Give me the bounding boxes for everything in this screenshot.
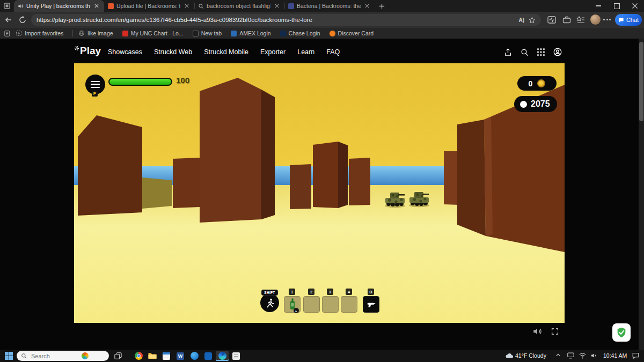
security-shield-badge[interactable]: [612, 323, 631, 342]
favorite-amex-login[interactable]: AMEX Login: [231, 30, 270, 36]
profile-icon[interactable]: [553, 47, 562, 57]
scrollbar-thumb[interactable]: [639, 42, 643, 121]
favorite-chase-login[interactable]: Chase Login: [280, 30, 320, 36]
window-minimize-button[interactable]: [589, 0, 608, 12]
action-center-icon[interactable]: [632, 352, 639, 359]
hotbar-key-b: B: [368, 289, 374, 295]
game-sound-icon[interactable]: [532, 327, 542, 336]
share-icon[interactable]: [503, 48, 513, 57]
taskbar-explorer-icon[interactable]: [146, 351, 159, 361]
address-bar[interactable]: https://play-prod.struckd.com/en/games/c…: [31, 14, 541, 26]
tab-close-icon[interactable]: [273, 2, 281, 10]
hotbar-slot-2[interactable]: [303, 296, 320, 313]
favorite-label: like image: [87, 30, 113, 36]
weather-cloud-icon[interactable]: [506, 352, 514, 359]
hidden-icons-chevron[interactable]: [555, 352, 561, 358]
favorite-like-image[interactable]: like image: [78, 30, 113, 36]
read-aloud-icon[interactable]: A): [518, 17, 524, 23]
reading-list-icon[interactable]: [4, 30, 11, 37]
hotbar-key-2: 2: [308, 289, 314, 295]
refresh-icon[interactable]: [18, 16, 27, 24]
nav-struckd-mobile[interactable]: Struckd Mobile: [204, 48, 248, 56]
nav-faq[interactable]: FAQ: [326, 48, 340, 56]
coin-icon: [537, 79, 545, 87]
taskbar-notepad-icon[interactable]: [230, 351, 243, 361]
hotbar-slot-4[interactable]: [341, 296, 357, 313]
divider: [72, 30, 73, 36]
url-text: https://play-prod.struckd.com/en/games/c…: [36, 17, 514, 23]
nav-learn[interactable]: Learn: [297, 48, 314, 56]
volume-icon[interactable]: [590, 352, 597, 359]
apps-grid-icon[interactable]: [537, 48, 545, 56]
page-scrollbar[interactable]: [639, 39, 644, 350]
weather-text[interactable]: 41°F Cloudy: [515, 352, 546, 359]
browser-essentials-icon[interactable]: [547, 16, 556, 24]
browser-titlebar: Unity Play | backrooms the l Upload file…: [0, 0, 644, 12]
taskbar-word-icon[interactable]: W: [174, 351, 187, 361]
back-icon[interactable]: [4, 16, 13, 24]
wifi-icon[interactable]: [579, 352, 586, 359]
browser-tab-4[interactable]: Bacteria | Backrooms: the lore Wi: [284, 0, 375, 12]
tab-close-icon[interactable]: [363, 2, 371, 10]
nav-struckd-web[interactable]: Struckd Web: [154, 48, 192, 56]
tab-favicon: [288, 3, 294, 9]
favorite-label: AMEX Login: [239, 30, 270, 36]
tab-close-icon[interactable]: [183, 2, 191, 10]
tab-title: Bacteria | Backrooms: the lore Wi: [297, 3, 361, 9]
tab-audio-icon[interactable]: [18, 3, 24, 9]
copilot-icon[interactable]: [82, 352, 89, 359]
site-icon: [231, 31, 237, 36]
workspaces-icon[interactable]: [0, 0, 14, 12]
struckd-play-logo[interactable]: Play: [74, 45, 101, 57]
display-tray-icon[interactable]: [567, 352, 574, 359]
favorite-unc-chart[interactable]: My UNC Chart - Lo...: [122, 30, 184, 36]
taskbar-edge-icon[interactable]: [216, 351, 229, 361]
hotbar-slot-b[interactable]: [363, 296, 379, 313]
favorite-star-icon[interactable]: [529, 17, 536, 24]
favorites-list-icon[interactable]: [576, 16, 585, 24]
site-icon: [193, 31, 199, 36]
chat-bubble-icon: [618, 17, 624, 23]
favorite-label: My UNC Chart - Lo...: [131, 30, 184, 36]
import-icon: [16, 30, 22, 36]
settings-more-icon[interactable]: [603, 19, 611, 20]
favorite-new-tab[interactable]: New tab: [193, 30, 222, 36]
taskbar-chrome-icon[interactable]: [132, 351, 145, 361]
clock[interactable]: 10:41 AM: [603, 352, 627, 359]
tab-search-favicon: [198, 3, 204, 9]
import-favorites-button[interactable]: Import favorites: [16, 30, 63, 36]
shift-key-label: SHIFT: [261, 290, 278, 295]
windows-taskbar: W 41°F Cloudy 10:41 AM: [0, 350, 644, 362]
tab-close-icon[interactable]: [93, 2, 100, 10]
browser-tab-3[interactable]: backroosm object flashlights - Sa: [194, 0, 284, 12]
health-bar-fill: [109, 79, 171, 85]
taskbar-calendar-icon[interactable]: [160, 351, 173, 361]
task-view-icon[interactable]: [114, 352, 122, 360]
globe-icon: [78, 30, 85, 36]
running-person-icon: [265, 298, 275, 308]
work-briefcase-icon[interactable]: [562, 16, 571, 24]
browser-tab-1[interactable]: Unity Play | backrooms the l: [14, 0, 104, 12]
taskbar-search-input[interactable]: [30, 352, 78, 360]
hotbar-key-3: 3: [327, 289, 333, 295]
hotbar-slot-3[interactable]: [322, 296, 339, 313]
chat-button[interactable]: Chat: [615, 14, 642, 26]
game-viewport[interactable]: P 100 0 2075 SHIFT 1 2 3 4 B: [74, 63, 565, 323]
taskbar-skype-icon[interactable]: [188, 351, 201, 361]
browser-tab-2[interactable]: Upload file | Backrooms: the lore: [104, 0, 194, 12]
window-close-button[interactable]: [626, 0, 644, 12]
favorite-discover-card[interactable]: Discover Card: [330, 30, 374, 36]
sprint-button[interactable]: [260, 293, 279, 312]
window-maximize-button[interactable]: [608, 0, 626, 12]
favorite-label: Discover Card: [338, 30, 374, 36]
new-tab-button[interactable]: [375, 0, 389, 12]
fullscreen-icon[interactable]: [551, 327, 559, 336]
taskbar-search[interactable]: [17, 351, 109, 361]
nav-showcases[interactable]: Showcases: [108, 48, 142, 56]
taskbar-outlook-icon[interactable]: [202, 351, 215, 361]
nav-exporter[interactable]: Exporter: [260, 48, 286, 56]
search-icon[interactable]: [520, 48, 529, 57]
start-button[interactable]: [5, 352, 13, 360]
profile-avatar[interactable]: [590, 14, 601, 25]
hotbar-key-1: 1: [289, 289, 295, 295]
